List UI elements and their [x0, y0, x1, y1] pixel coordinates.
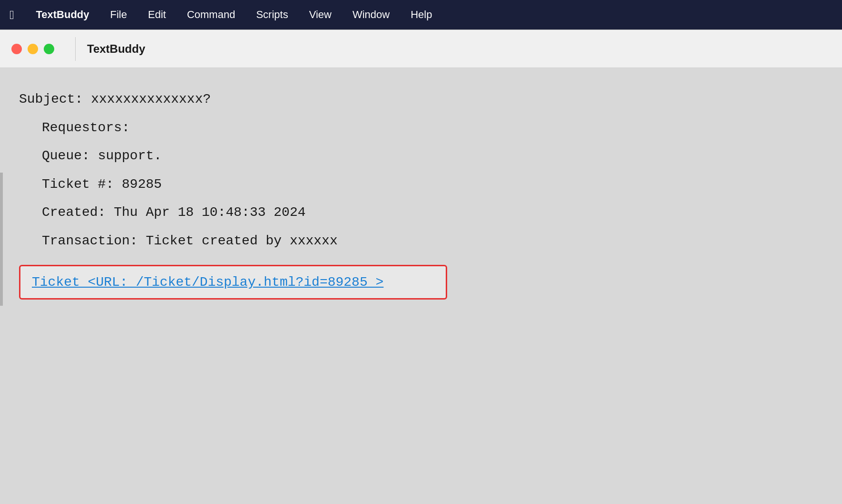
menu-bar:  TextBuddy File Edit Command Scripts Vi… — [0, 0, 842, 29]
url-link[interactable]: Ticket <URL: /Ticket/Display.html?id=892… — [32, 275, 383, 290]
ticket-num-label: Ticket #: — [42, 177, 114, 192]
menu-command[interactable]: Command — [184, 7, 238, 23]
close-button[interactable] — [11, 44, 22, 54]
left-accent-bar — [0, 173, 3, 306]
text-content: Subject: xxxxxxxxxxxxxx? Requestors: Que… — [19, 85, 823, 255]
subject-label: Subject: — [19, 92, 83, 107]
transaction-value-text: Ticket created by xxxxxx — [146, 233, 337, 248]
traffic-lights — [11, 44, 54, 54]
menu-textbuddy[interactable]: TextBuddy — [33, 7, 92, 23]
requestors-line: Requestors: — [19, 114, 823, 142]
created-value-text: Thu Apr 18 10:48:33 2024 — [114, 205, 305, 220]
apple-menu-icon[interactable]:  — [10, 8, 14, 22]
subject-line: Subject: xxxxxxxxxxxxxx? — [19, 85, 823, 114]
menu-window[interactable]: Window — [350, 7, 392, 23]
maximize-button[interactable] — [44, 44, 54, 54]
menu-view[interactable]: View — [306, 7, 334, 23]
queue-label: Queue: — [42, 148, 90, 163]
requestors-label: Requestors: — [42, 120, 130, 135]
menu-edit[interactable]: Edit — [145, 7, 169, 23]
transaction-line: Transaction: Ticket created by xxxxxx — [19, 227, 823, 255]
transaction-label: Transaction: — [42, 233, 138, 248]
title-divider — [75, 37, 76, 61]
ticket-num-value-text: 89285 — [122, 177, 162, 192]
title-bar: TextBuddy — [0, 30, 842, 68]
content-area: Subject: xxxxxxxxxxxxxx? Requestors: Que… — [0, 68, 842, 504]
minimize-button[interactable] — [28, 44, 38, 54]
subject-value-text: xxxxxxxxxxxxxx? — [91, 92, 211, 107]
ticket-num-line: Ticket #: 89285 — [19, 170, 823, 199]
queue-value-text: support. — [98, 148, 162, 163]
window-title: TextBuddy — [87, 42, 145, 56]
created-line: Created: Thu Apr 18 10:48:33 2024 — [19, 198, 823, 227]
menu-scripts[interactable]: Scripts — [253, 7, 291, 23]
queue-line: Queue: support. — [19, 142, 823, 170]
app-window: TextBuddy Subject: xxxxxxxxxxxxxx? Reque… — [0, 29, 842, 504]
menu-file[interactable]: File — [108, 7, 130, 23]
menu-help[interactable]: Help — [408, 7, 435, 23]
url-box: Ticket <URL: /Ticket/Display.html?id=892… — [19, 265, 447, 300]
created-label: Created: — [42, 205, 106, 220]
